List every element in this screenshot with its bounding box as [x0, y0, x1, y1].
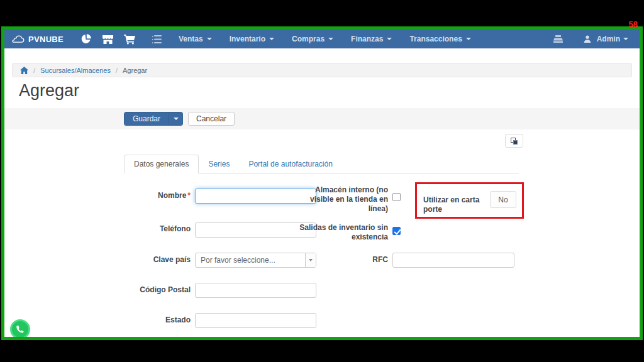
- almacen-interno-checkbox[interactable]: [392, 193, 401, 201]
- caret-down-icon: [269, 38, 274, 40]
- menu-compras[interactable]: Compras: [292, 35, 333, 43]
- phone-icon: [16, 325, 25, 334]
- save-dropdown-button[interactable]: [169, 112, 182, 125]
- almacen-interno-label: Almacén interno (no visible en la tienda…: [306, 185, 388, 214]
- breadcrumb-separator: /: [116, 67, 118, 74]
- caret-down-icon: [387, 38, 392, 40]
- menu-ventas-label: Ventas: [179, 35, 203, 43]
- annotation-frame: PVNUBE: [1, 26, 643, 340]
- nombre-label-text: Nombre: [158, 191, 186, 200]
- brand-logo[interactable]: PVNUBE: [12, 33, 64, 45]
- menu-compras-label: Compras: [292, 35, 325, 43]
- frame-counter: 58: [629, 19, 638, 29]
- user-icon: [581, 33, 594, 45]
- stream-list-icon[interactable]: [151, 33, 164, 45]
- copy-icon: [511, 138, 518, 145]
- breadcrumb-link-sucursales[interactable]: Sucursales/Almacenes: [40, 67, 111, 74]
- estado-input[interactable]: [195, 313, 316, 328]
- menu-inventario-label: Inventario: [230, 35, 265, 43]
- salidas-inventario-checkbox[interactable]: [392, 227, 401, 235]
- nombre-label: Nombre*: [96, 191, 191, 200]
- telefono-label: Teléfono: [96, 224, 191, 234]
- home-icon[interactable]: [20, 66, 28, 74]
- breadcrumb: / Sucursales/Almacenes / Agregar: [12, 63, 632, 77]
- screen: 58 PVNUBE: [0, 0, 644, 362]
- navbar-quick-icons: [80, 33, 164, 45]
- breadcrumb-current: Agregar: [123, 67, 147, 74]
- shopping-cart-icon[interactable]: [124, 33, 136, 45]
- caret-down-icon: [623, 38, 628, 40]
- cancel-button[interactable]: Cancelar: [188, 112, 235, 126]
- copy-button[interactable]: [505, 134, 523, 148]
- codigo-postal-input[interactable]: [195, 283, 316, 298]
- cloud-logo-icon: [12, 33, 25, 45]
- app-window: PVNUBE: [4, 30, 640, 337]
- rfc-input[interactable]: [392, 253, 514, 268]
- clave-pais-label: Clave país: [96, 255, 191, 265]
- caret-down-icon: [174, 118, 179, 120]
- caret-down-icon: [328, 38, 333, 40]
- menu-transacciones[interactable]: Transacciones: [409, 35, 470, 43]
- pie-chart-icon[interactable]: [80, 33, 92, 45]
- save-button[interactable]: Guardar: [125, 112, 169, 125]
- page-title: Agregar: [19, 81, 79, 101]
- navbar: PVNUBE: [4, 30, 640, 48]
- codigo-postal-label: Código Postal: [96, 285, 191, 295]
- caret-down-icon: [207, 38, 212, 40]
- menu-finanzas-label: Finanzas: [351, 35, 383, 43]
- breadcrumb-separator: /: [33, 67, 35, 74]
- annotation-highlight-box: Utilizar en carta porte No: [415, 182, 524, 219]
- carta-porte-toggle-button[interactable]: No: [490, 191, 516, 208]
- menu-ventas[interactable]: Ventas: [179, 35, 212, 43]
- carta-porte-label: Utilizar en carta porte: [423, 195, 494, 214]
- form-datos-generales: Nombre* Almacén interno (no visible en l…: [4, 171, 640, 337]
- tab-series[interactable]: Series: [199, 155, 239, 173]
- required-asterisk: *: [187, 191, 191, 200]
- menu-transacciones-label: Transacciones: [409, 35, 462, 43]
- brand-text: PVNUBE: [28, 35, 64, 44]
- save-split-button: Guardar: [124, 112, 183, 126]
- navbar-right: Admin: [547, 33, 632, 45]
- tab-portal-autofacturacion[interactable]: Portal de autofacturación: [239, 155, 341, 173]
- caret-down-icon: [466, 38, 471, 40]
- nombre-input[interactable]: [195, 189, 316, 204]
- rfc-label: RFC: [294, 255, 388, 265]
- store-icon[interactable]: [102, 33, 114, 45]
- salidas-inventario-label: Salidas de inventario sin existencia: [294, 223, 388, 242]
- user-menu-admin[interactable]: Admin: [581, 33, 628, 45]
- menu-inventario[interactable]: Inventario: [230, 35, 274, 43]
- pos-terminal-icon[interactable]: [552, 33, 565, 45]
- estado-label: Estado: [96, 315, 191, 325]
- whatsapp-button[interactable]: [10, 319, 30, 337]
- clave-pais-selected-value: Por favor seleccione...: [196, 256, 305, 265]
- user-name-label: Admin: [597, 35, 620, 43]
- toolbar: Guardar Cancelar: [4, 108, 640, 129]
- navbar-menus: Ventas Inventario Compras Finanzas: [179, 35, 471, 43]
- menu-finanzas[interactable]: Finanzas: [351, 35, 392, 43]
